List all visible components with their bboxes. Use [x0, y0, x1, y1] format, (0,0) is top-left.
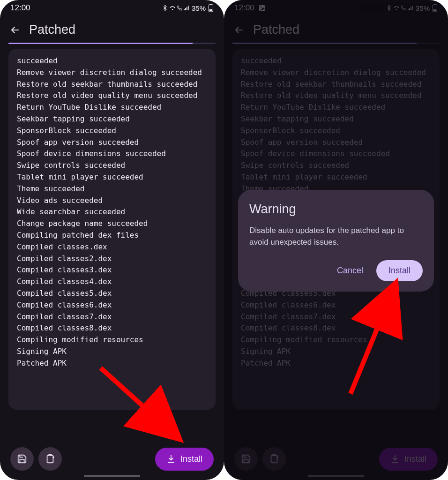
app-bar: Patched [0, 14, 224, 43]
progress-bar [8, 43, 216, 44]
svg-rect-4 [47, 456, 53, 463]
status-right: 35% [162, 4, 214, 12]
dialog-install-button[interactable]: Install [376, 260, 423, 281]
download-icon [166, 454, 176, 464]
battery-percent: 35% [192, 4, 206, 12]
clipboard-add-icon [45, 454, 55, 464]
battery-icon [208, 4, 214, 12]
dialog-actions: Cancel Install [249, 260, 423, 281]
wifi-call-icon [169, 5, 176, 11]
dialog-body: Disable auto updates for the patched app… [249, 225, 423, 248]
back-button[interactable] [9, 24, 21, 36]
status-time: 12:00 [10, 3, 30, 13]
svg-rect-3 [209, 9, 212, 11]
nav-handle[interactable] [84, 475, 140, 477]
phone-screenshot-right: 12:00 35% Patched succeeded Remove viewe… [224, 0, 448, 480]
status-icons [162, 5, 190, 11]
page-title: Patched [29, 22, 75, 37]
warning-dialog: Warning Disable auto updates for the pat… [238, 190, 434, 292]
dialog-cancel-button[interactable]: Cancel [330, 261, 370, 280]
copy-log-button[interactable] [38, 447, 62, 471]
install-label: Install [180, 454, 202, 464]
arrow-left-icon [9, 24, 21, 36]
dialog-title: Warning [249, 202, 423, 217]
install-button[interactable]: Install [155, 448, 214, 471]
save-button[interactable] [10, 447, 34, 471]
save-icon [17, 454, 27, 464]
svg-point-0 [172, 9, 173, 10]
phone-icon [177, 5, 182, 11]
phone-screenshot-left: 12:00 35% Patched succeeded Remove viewe… [0, 0, 224, 480]
bottom-bar: Install [0, 447, 224, 471]
svg-rect-2 [210, 4, 212, 5]
status-bar: 12:00 35% [0, 0, 224, 14]
log-panel-left[interactable]: succeeded Remove viewer discretion dialo… [8, 49, 216, 410]
bluetooth-icon [162, 5, 168, 11]
signal-icon [183, 5, 190, 11]
